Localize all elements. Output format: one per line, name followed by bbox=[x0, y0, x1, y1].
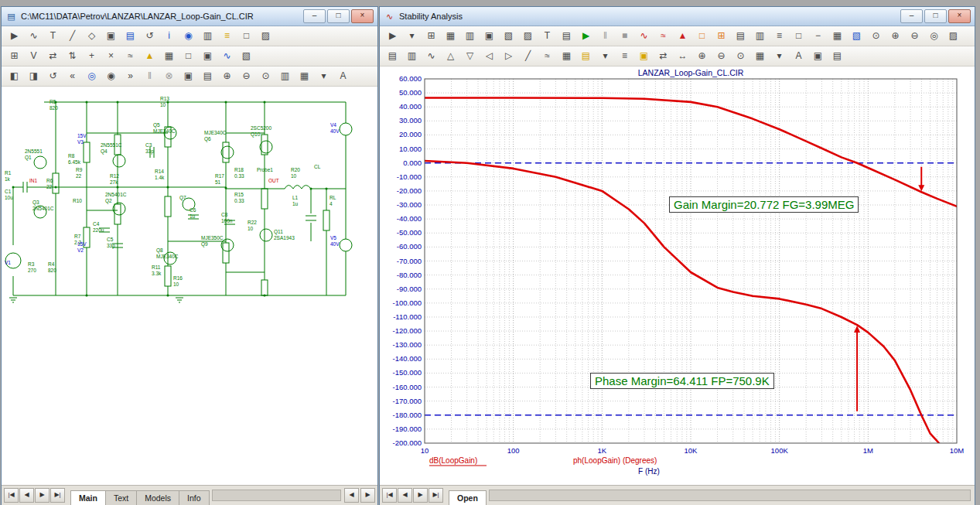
go-to-branch-icon[interactable]: □ bbox=[693, 28, 711, 44]
plot-area[interactable]: 60.00050.00040.00030.00020.00010.0000.00… bbox=[380, 67, 975, 485]
page-view-icon[interactable]: ▥ bbox=[276, 68, 294, 84]
thumbnail-icon[interactable]: □ bbox=[790, 28, 808, 44]
step-back-icon[interactable]: « bbox=[63, 68, 81, 84]
zoom-window-icon[interactable]: ⊙ bbox=[867, 28, 885, 44]
split-view-icon[interactable]: ▦ bbox=[828, 28, 846, 44]
tile-horizontal-icon[interactable]: ▤ bbox=[384, 48, 401, 64]
page-copy-icon[interactable]: ▣ bbox=[199, 48, 217, 64]
slope-icon[interactable]: ╱ bbox=[519, 48, 537, 64]
tab-info[interactable]: Info bbox=[179, 490, 210, 505]
sheet-info-icon[interactable]: ▨ bbox=[257, 28, 275, 44]
last-page-button[interactable]: ▶| bbox=[50, 488, 65, 503]
waveform-probe-icon[interactable]: ∿ bbox=[218, 48, 236, 64]
properties-icon[interactable]: ▨ bbox=[944, 28, 962, 44]
envelope-icon[interactable]: ≈ bbox=[538, 48, 556, 64]
tab-text[interactable]: Text bbox=[105, 490, 137, 505]
phase-margin-annotation[interactable]: Phase Margin=64.411 FP=750.9K bbox=[590, 373, 774, 389]
report-icon[interactable]: ≡ bbox=[616, 48, 633, 64]
pause-icon[interactable]: ‖ bbox=[596, 28, 614, 44]
stop-icon[interactable]: ⊗ bbox=[160, 68, 178, 84]
paste-dropdown-icon[interactable]: ▾ bbox=[596, 48, 614, 64]
select-cursor-icon[interactable]: ▶ bbox=[384, 28, 401, 44]
export-graph-icon[interactable]: ▧ bbox=[848, 28, 866, 44]
zoom-out-icon[interactable]: ⊖ bbox=[712, 48, 730, 64]
legend-phase[interactable]: ph(LoopGain) (Degrees) bbox=[573, 456, 657, 465]
gain-margin-annotation[interactable]: Gain Margin=20.772 FG=3.99MEG bbox=[669, 196, 859, 213]
close-button[interactable]: × bbox=[351, 9, 374, 23]
copy-page-icon[interactable]: ▣ bbox=[809, 48, 827, 64]
zoom-out-icon[interactable]: ⊖ bbox=[906, 28, 924, 44]
vertical-tag-icon[interactable]: ▥ bbox=[751, 28, 769, 44]
step-forward-icon[interactable]: » bbox=[121, 68, 139, 84]
scope-pan-icon[interactable]: ▥ bbox=[461, 28, 479, 44]
zoom-in-icon[interactable]: ⊕ bbox=[218, 68, 236, 84]
first-page-button[interactable]: |◀ bbox=[4, 488, 19, 503]
wire-mode-icon[interactable]: ∿ bbox=[25, 28, 43, 44]
minimize-button[interactable]: – bbox=[303, 9, 326, 23]
find-icon[interactable]: ◎ bbox=[83, 68, 101, 84]
text-mode-icon[interactable]: T bbox=[44, 28, 62, 44]
align-cursors-icon[interactable]: ≡ bbox=[770, 28, 788, 44]
close-button[interactable]: × bbox=[948, 9, 971, 23]
next-page-button[interactable]: ▶ bbox=[413, 488, 428, 503]
paste-icon[interactable]: ▤ bbox=[199, 68, 217, 84]
picture-icon[interactable]: ▣ bbox=[102, 28, 120, 44]
waveform-left-icon[interactable]: ◁ bbox=[480, 48, 498, 64]
grid-dropdown-icon[interactable]: ▾ bbox=[315, 68, 333, 84]
zoom-in-icon[interactable]: ⊕ bbox=[693, 48, 711, 64]
text-mode-icon[interactable]: T bbox=[538, 28, 556, 44]
help-icon[interactable]: ◉ bbox=[179, 28, 197, 44]
minimize-button[interactable]: – bbox=[900, 9, 923, 23]
grid-dropdown-icon[interactable]: ▾ bbox=[770, 48, 788, 64]
measure-icon[interactable]: ↔ bbox=[674, 48, 691, 64]
cursor-align-icon[interactable]: ⇄ bbox=[654, 48, 672, 64]
flip-vertical-icon[interactable]: ◨ bbox=[25, 68, 43, 84]
waveform-add-icon[interactable]: ∿ bbox=[422, 48, 440, 64]
legend-gain[interactable]: dB(LoopGain) bbox=[429, 456, 477, 465]
paste-icon[interactable]: ▤ bbox=[577, 48, 595, 64]
normalize-icon[interactable]: − bbox=[809, 28, 827, 44]
stability-plot[interactable]: 60.00050.00040.00030.00020.00010.0000.00… bbox=[380, 67, 968, 483]
stop-icon[interactable]: ■ bbox=[616, 28, 633, 44]
font-icon[interactable]: A bbox=[334, 68, 352, 84]
zoom-cursor-icon[interactable]: ⊙ bbox=[732, 48, 750, 64]
schematic-canvas[interactable]: R5820R1310Q5MJE340CMJE340CQ62SC5200Q10V4… bbox=[2, 87, 377, 485]
horizontal-tag-icon[interactable]: ▤ bbox=[732, 28, 750, 44]
shape-draw-icon[interactable]: ◇ bbox=[83, 28, 101, 44]
tab-models[interactable]: Models bbox=[136, 490, 179, 505]
run-icon[interactable]: ▶ bbox=[577, 28, 595, 44]
zoom-in-icon[interactable]: ⊕ bbox=[886, 28, 904, 44]
node-voltages-icon[interactable]: V bbox=[25, 48, 43, 64]
find-next-icon[interactable]: ◉ bbox=[102, 68, 120, 84]
next-page-button[interactable]: ▶ bbox=[35, 488, 50, 503]
restore-button[interactable]: □ bbox=[924, 9, 947, 23]
export-icon[interactable]: ▤ bbox=[558, 28, 575, 44]
schematic-window-titlebar[interactable]: ▤ C:\MC11\DATA\Petrov\LANZAR\LANZAR_Loop… bbox=[2, 7, 377, 26]
cursor-mode-icon[interactable]: ∿ bbox=[635, 28, 653, 44]
prev-page-button[interactable]: ◀ bbox=[19, 488, 34, 503]
tag-mode-icon[interactable]: ▨ bbox=[519, 28, 537, 44]
zoom-area-icon[interactable]: ⊙ bbox=[257, 68, 275, 84]
select-tool-icon[interactable]: ▶ bbox=[5, 28, 23, 44]
border-display-icon[interactable]: ≈ bbox=[121, 48, 139, 64]
tile-vertical-icon[interactable]: ▥ bbox=[403, 48, 421, 64]
tag-point-icon[interactable]: ⊞ bbox=[712, 28, 730, 44]
grid-options-icon[interactable]: ▦ bbox=[751, 48, 769, 64]
stability-window-titlebar[interactable]: ∿ Stability Analysis – □ × bbox=[380, 7, 975, 26]
tab-open[interactable]: Open bbox=[449, 490, 487, 505]
go-to-x-icon[interactable]: ≈ bbox=[654, 28, 672, 44]
data-points-icon[interactable]: ▧ bbox=[500, 28, 517, 44]
flag-icon[interactable]: ↺ bbox=[141, 28, 159, 44]
info-icon[interactable]: i bbox=[160, 28, 178, 44]
waveform-up-icon[interactable]: △ bbox=[442, 48, 459, 64]
copy-group-icon[interactable]: ▤ bbox=[828, 48, 846, 64]
tab-main[interactable]: Main bbox=[70, 490, 106, 505]
rotate-icon[interactable]: ↺ bbox=[44, 68, 62, 84]
calculator-icon[interactable]: ▣ bbox=[635, 48, 653, 64]
flip-horizontal-icon[interactable]: ◧ bbox=[5, 68, 23, 84]
grid-select-icon[interactable]: ▦ bbox=[295, 68, 313, 84]
clipboard-icon[interactable]: ▤ bbox=[121, 28, 139, 44]
mode-select-icon[interactable]: ▧ bbox=[237, 48, 255, 64]
pause-icon[interactable]: ‖ bbox=[141, 68, 159, 84]
last-page-button[interactable]: ▶| bbox=[429, 488, 443, 503]
